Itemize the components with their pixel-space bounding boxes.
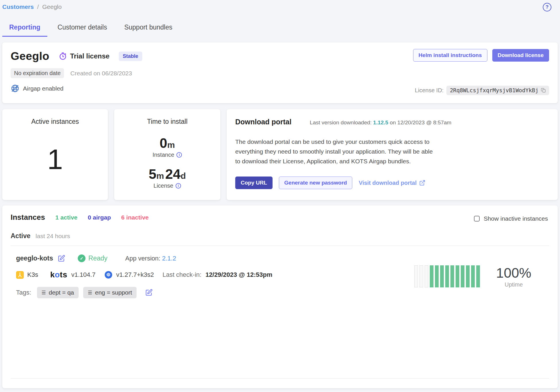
tags-container: ☰dept = qa☰eng = support [37,287,141,298]
uptime-bar [419,265,423,287]
distro-group: K3s [16,271,38,279]
generate-new-password-button[interactable]: Generate new password [279,177,353,189]
uptime-bar [456,265,459,287]
airgap-label: Airgap enabled [23,85,63,92]
distro-label: K3s [27,271,38,279]
tag-chip[interactable]: ☰dept = qa [37,287,79,298]
download-portal-description: The download portal can be used to give … [235,137,436,166]
status-group: ✓ Ready [78,254,107,262]
last-checkin-label: Last check-in: [162,271,201,279]
time-to-install-card: Time to install 0m Instance i 5m 24d Lic… [114,109,220,200]
airgap-globe-icon [11,84,20,93]
last-checkin-value: 12/29/2023 @ 12:53pm [205,271,272,279]
time-to-install-title: Time to install [123,118,212,126]
uptime-bar [450,265,454,287]
uptime-value: 100% [496,265,531,281]
show-inactive-label: Show inactive instances [484,215,548,222]
download-portal-card: Download portal Last version downloaded:… [227,109,558,200]
page: Customers / Geeglo ? ReportingCustomer d… [0,0,560,388]
instance-row: geeglo-kots ✓ Ready App version: 2.1.2 [11,246,549,298]
instance-install-time: 0m [123,135,212,151]
uptime-bar [471,265,475,287]
stats-row: Active instances 1 Time to install 0m In… [2,109,558,200]
instances-title: Instances [11,213,45,222]
tags-label: Tags: [16,289,31,296]
uptime-bar [440,265,444,287]
license-id-value: 2Rq8WLcsjfxqrMysjvB1WodYkBj [450,87,538,93]
ready-check-icon: ✓ [78,254,85,262]
status-label: Ready [88,254,107,262]
divider [11,378,549,379]
license-id-chip: 2Rq8WLcsjfxqrMysjvB1WodYkBj [446,86,549,95]
uptime-label: Uptime [496,281,531,288]
active-instances-card: Active instances 1 [2,109,108,200]
visit-download-portal-link[interactable]: Visit download portal [359,180,425,186]
kots-logo: kots [50,270,67,279]
license-install-time: 5m 24d [123,166,212,182]
airgap-count[interactable]: 0 airgap [88,214,111,221]
tab-support-bundles[interactable]: Support bundles [117,19,179,37]
tag-icon: ☰ [88,290,92,296]
tag-chip[interactable]: ☰eng = support [83,287,137,298]
uptime-bar [466,265,470,287]
active-count[interactable]: 1 active [55,214,77,221]
copy-license-id-icon[interactable] [541,88,546,93]
last-version-link[interactable]: 1.12.5 [373,119,388,126]
download-license-button[interactable]: Download license [492,49,549,62]
active-section-range: last 24 hours [36,233,70,240]
expiration-badge: No expiration date [11,68,64,78]
kots-version: v1.104.7 [71,271,96,279]
created-date: Created on 06/28/2023 [70,70,132,77]
uptime-chart [414,265,480,287]
license-install-label: License [153,183,173,189]
instance-info-icon[interactable]: i [176,152,182,158]
app-version-link[interactable]: 2.1.2 [162,255,176,262]
breadcrumb: Customers / Geeglo [2,3,62,10]
active-section-label: Active [11,232,30,240]
instance-install-label: Instance [153,152,174,158]
page-header: Customers / Geeglo ? [2,0,558,11]
external-link-icon [419,180,425,186]
breadcrumb-customers-link[interactable]: Customers [2,3,34,10]
customer-summary-card: Geeglo Trial license Stable No expiratio… [2,42,558,103]
uptime-bar [425,265,428,287]
trial-timer-icon [59,52,67,60]
license-info-icon[interactable]: i [176,183,181,189]
edit-instance-name-icon[interactable] [58,255,65,262]
customer-name: Geeglo [11,50,49,62]
tab-customer-details[interactable]: Customer details [51,19,114,37]
uptime-bar [476,265,480,287]
breadcrumb-current: Geeglo [42,3,62,10]
instance-name: geeglo-kots [16,254,53,262]
help-icon[interactable]: ? [543,3,551,11]
k3s-icon [16,271,24,279]
active-instances-value: 1 [11,143,99,176]
tag-icon: ☰ [42,290,46,296]
helm-install-instructions-button[interactable]: Helm install instructions [413,49,487,62]
tab-reporting[interactable]: Reporting [2,19,47,37]
copy-url-button[interactable]: Copy URL [235,177,273,189]
instances-card: Instances 1 active 0 airgap 6 inactive S… [2,205,558,388]
uptime-bar [461,265,464,287]
k8s-version: v1.27.7+k3s2 [116,271,154,279]
license-id-label: License ID: [415,87,444,94]
breadcrumb-separator: / [37,3,39,10]
edit-tags-icon[interactable] [145,289,153,296]
active-instances-title: Active instances [11,118,99,126]
app-version: App version: 2.1.2 [125,255,176,262]
show-inactive-toggle[interactable]: Show inactive instances [474,215,548,222]
uptime-bar [435,265,439,287]
uptime-bar [445,265,449,287]
last-version-downloaded: Last version downloaded: 1.12.5 on 12/20… [310,119,452,126]
download-portal-title: Download portal [235,118,291,126]
uptime-bar [414,265,418,287]
kubernetes-icon: ☸ [105,271,112,279]
license-type: Trial license [59,52,109,60]
show-inactive-checkbox[interactable] [474,216,480,222]
tab-bar: ReportingCustomer detailsSupport bundles [2,19,558,37]
inactive-count[interactable]: 6 inactive [121,214,149,221]
channel-badge: Stable [119,52,142,61]
license-type-label: Trial license [70,52,109,60]
uptime-bar [430,265,433,287]
